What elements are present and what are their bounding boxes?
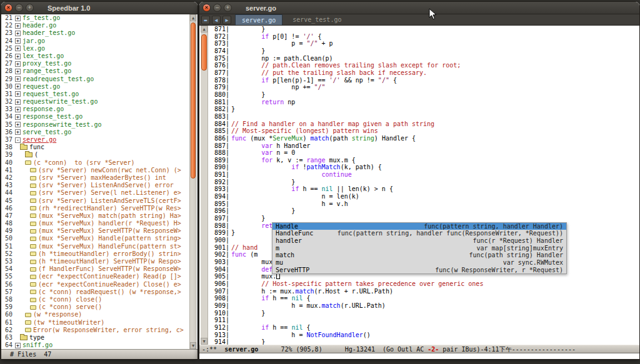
speedbar-item[interactable]: 59(c *conn) serve(): [2, 303, 189, 311]
speedbar-item[interactable]: 50(mux *ServeMux) Handle(pattern string>: [2, 235, 189, 242]
speedbar-titlebar[interactable]: × – + Speedbar 1.0: [1, 2, 198, 14]
expand-icon[interactable]: +: [15, 54, 21, 59]
speedbar-item[interactable]: 61(tw *timeoutWriter): [2, 319, 189, 327]
expand-icon[interactable]: +: [15, 76, 21, 82]
speedbar-item[interactable]: 40(c *conn) to (srv *Server): [2, 159, 189, 167]
speedbar-item[interactable]: 53(h *timeoutHandler) ServeHTTP(w Respo>: [2, 258, 189, 265]
expand-icon[interactable]: +: [15, 16, 21, 21]
completion-item[interactable]: muvar sync.RWMutex: [272, 259, 566, 267]
tag-icon[interactable]: [25, 320, 31, 325]
speedbar-scrollbar-thumb[interactable]: [191, 22, 196, 179]
expand-icon[interactable]: +: [15, 99, 21, 105]
tag-icon[interactable]: [30, 260, 36, 264]
tab-serve-test-go[interactable]: serve_test.go: [286, 14, 348, 25]
folder-icon[interactable]: [20, 145, 28, 150]
speedbar-item[interactable]: 56(ecr *expectContinueReader) Close() e>: [2, 281, 189, 288]
tag-icon[interactable]: [30, 176, 36, 180]
tag-icon[interactable]: [30, 206, 36, 210]
speedbar-item[interactable]: 52(h *timeoutHandler) errorBody() strin>: [2, 250, 189, 258]
editor-scrollbar[interactable]: ▲ ▼: [201, 26, 208, 345]
minibuffer[interactable]: [199, 353, 639, 359]
tag-icon[interactable]: [30, 290, 36, 294]
completion-item[interactable]: Handlefunc(pattern string, handler Handl…: [272, 223, 566, 230]
speedbar-item[interactable]: 32+requestwrite_test.go: [2, 98, 189, 106]
speedbar-item[interactable]: 35+responsewrite_test.go: [2, 121, 189, 129]
speedbar-item[interactable]: 22+header.go: [2, 22, 189, 29]
speedbar-item[interactable]: 41(srv *Server) newConn(rwc net.Conn) (>: [2, 167, 189, 174]
maximize-button[interactable]: +: [224, 4, 232, 12]
expand-icon[interactable]: +: [15, 46, 21, 51]
scroll-up-icon[interactable]: ▲: [190, 14, 196, 21]
expand-icon[interactable]: +: [15, 31, 21, 36]
speedbar-item[interactable]: 36+serve_test.go: [2, 129, 189, 136]
tag-icon[interactable]: [30, 244, 36, 248]
tag-icon[interactable]: [30, 184, 36, 188]
maximize-button[interactable]: +: [26, 4, 34, 12]
code-area[interactable]: 871| }872| if p[0] != '/' {873| p = "/" …: [209, 26, 639, 345]
tabbar-home-icon[interactable]: ▬: [201, 16, 210, 24]
expand-icon[interactable]: +: [15, 84, 21, 89]
speedbar-item[interactable]: 64+sniff.go: [2, 342, 189, 349]
speedbar-item[interactable]: 26+lex_test.go: [2, 52, 189, 60]
tag-icon[interactable]: [30, 214, 36, 218]
speedbar-item[interactable]: 58(c *conn) close(): [2, 296, 189, 303]
speedbar-item[interactable]: 49(mux *ServeMux) ServeHTTP(w ResponseW>: [2, 227, 189, 235]
expand-icon[interactable]: +: [15, 343, 21, 348]
tag-icon[interactable]: [30, 252, 36, 256]
tag-icon[interactable]: [30, 229, 36, 234]
completion-item[interactable]: HandleFuncfunc(pattern string, handler f…: [272, 230, 566, 237]
completion-item[interactable]: matchfunc(path string) Handler: [272, 252, 566, 259]
speedbar-item[interactable]: 51(mux *ServeMux) HandleFunc(pattern st>: [2, 243, 189, 250]
completion-item[interactable]: mvar map[string]muxEntry: [272, 245, 566, 252]
speedbar-item[interactable]: 62Error(w ResponseWriter, error string, …: [2, 327, 189, 334]
folder-icon[interactable]: [20, 335, 28, 340]
speedbar-scrollbar[interactable]: ▲ ▼: [189, 14, 196, 349]
speedbar-item[interactable]: 23+header_test.go: [2, 29, 189, 37]
close-button[interactable]: ×: [4, 4, 12, 12]
tag-icon[interactable]: [25, 313, 31, 317]
expand-icon[interactable]: +: [15, 107, 21, 112]
editor-scrollbar-thumb[interactable]: [201, 34, 207, 71]
speedbar-item[interactable]: 47(mux *ServeMux) match(path string) Ha>: [2, 212, 189, 220]
speedbar-item[interactable]: 30+request.go: [2, 83, 189, 91]
editor-titlebar[interactable]: × – + server.go: [199, 2, 639, 14]
speedbar-item[interactable]: 43(srv *Server) ListenAndServe() error: [2, 182, 189, 189]
speedbar-item[interactable]: 38func: [2, 144, 189, 151]
speedbar-item[interactable]: 25+lex.go: [2, 45, 189, 52]
tag-icon[interactable]: [30, 298, 36, 302]
speedbar-item[interactable]: 37-server.go: [2, 136, 189, 144]
speedbar-item[interactable]: 46(rh *redirectHandler) ServeHTTP(w Res>: [2, 205, 189, 212]
scroll-up-icon[interactable]: ▲: [201, 26, 208, 32]
tag-icon[interactable]: [30, 305, 36, 310]
expand-icon[interactable]: +: [15, 114, 21, 120]
speedbar-item[interactable]: 21+fs_test.go: [2, 14, 189, 22]
speedbar-item[interactable]: 45(srv *Server) ListenAndServeTLS(certF>: [2, 197, 189, 205]
speedbar-item[interactable]: 55(ecr *expectContinueReader) Read(p []>: [2, 273, 189, 280]
speedbar-file-list[interactable]: 21+fs_test.go22+header.go23+header_test.…: [2, 14, 189, 349]
expand-icon[interactable]: +: [15, 122, 21, 127]
expand-icon[interactable]: +: [15, 38, 21, 44]
tab-scroll-right-icon[interactable]: ▶: [222, 16, 231, 24]
minimize-button[interactable]: –: [15, 4, 23, 12]
speedbar-item[interactable]: 28+range_test.go: [2, 67, 189, 75]
minimize-button[interactable]: –: [213, 4, 221, 12]
speedbar-item[interactable]: 48(mux *ServeMux) handler(r *Request) H>: [2, 220, 189, 227]
tag-icon[interactable]: [30, 191, 36, 195]
tag-icon[interactable]: [30, 275, 36, 279]
speedbar-item[interactable]: 54(f HandlerFunc) ServeHTTP(w ResponseW>: [2, 265, 189, 273]
speedbar-item[interactable]: 57(c *conn) readRequest() (w *response,>: [2, 288, 189, 296]
tag-icon[interactable]: [30, 222, 36, 226]
speedbar-item[interactable]: 29+readrequest_test.go: [2, 76, 189, 83]
completion-item[interactable]: ServeHTTPfunc(w ResponseWriter, r *Reque…: [272, 267, 566, 274]
autocomplete-popup[interactable]: Handlefunc(pattern string, handler Handl…: [272, 222, 567, 275]
editor-body[interactable]: ▲ ▼ 871| }872| if p[0] != '/' {873| p = …: [199, 26, 639, 345]
completion-item[interactable]: handlerfunc(r *Request) Handler: [272, 237, 566, 245]
folder-icon[interactable]: [25, 152, 32, 157]
speedbar-item[interactable]: 42(srv *Server) maxHeaderBytes() int: [2, 174, 189, 182]
speedbar-item[interactable]: 39(: [2, 151, 189, 159]
expand-icon[interactable]: +: [15, 23, 21, 29]
expand-icon[interactable]: +: [15, 129, 21, 135]
speedbar-item[interactable]: 27+proxy_test.go: [2, 60, 189, 67]
tab-server-go[interactable]: server.go: [235, 14, 282, 25]
expand-icon[interactable]: +: [15, 91, 21, 97]
